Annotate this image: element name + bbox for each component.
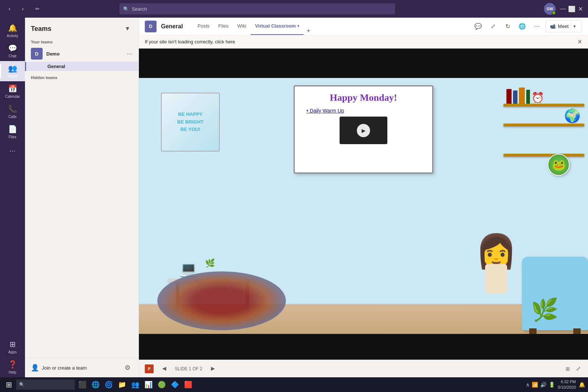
volume-icon[interactable]: 🔊	[540, 382, 546, 388]
search-input[interactable]	[132, 6, 391, 12]
tab-wiki[interactable]: Wiki	[233, 18, 251, 35]
team-demo[interactable]: D Demo ⋯	[25, 46, 139, 62]
channel-actions: 💬 ⤢ ↻ 🌐 ⋯ 📹 Meet ▾	[472, 20, 582, 32]
taskbar-app-red[interactable]: 🟥	[182, 379, 194, 391]
nav-bottom: ⊞ Apps ❓ Help	[8, 337, 17, 377]
left-nav: 🔔 Activity 💬 Chat 👥 Teams 📅 Calendar 📞 C…	[0, 18, 25, 377]
taskbar-app-green[interactable]: 🟢	[156, 379, 168, 391]
sidebar-item-activity[interactable]: 🔔 Activity	[0, 21, 25, 41]
globe-button[interactable]: 🌐	[516, 21, 528, 32]
daily-warmup-link[interactable]: • Daily Warm Up	[306, 108, 426, 114]
close-button[interactable]: ✕	[578, 6, 584, 12]
back-button[interactable]: ‹	[4, 4, 15, 14]
sidebar-item-help[interactable]: ❓ Help	[8, 357, 17, 377]
rug	[157, 271, 286, 330]
sys-tray: ∧ 📶 🔊 🔋	[526, 382, 555, 388]
channel-avatar: D	[145, 21, 157, 32]
taskbar-chrome[interactable]: 🌀	[103, 379, 115, 391]
slide-top-black	[139, 49, 588, 78]
shelf-board	[503, 104, 584, 107]
taskbar-teams[interactable]: 👥	[129, 379, 141, 391]
chat-toggle-button[interactable]: 💬	[472, 21, 484, 32]
more-options-button[interactable]: ⋯	[531, 21, 543, 32]
join-create-button[interactable]: 👤 Join or create a team	[31, 364, 87, 372]
channel-name: General	[161, 23, 183, 30]
globe-action-icon: 🌐	[519, 23, 526, 30]
settings-button[interactable]: ⚙	[122, 363, 133, 373]
poster: BE HAPPY BE BRIGHT BE YOU!	[161, 93, 220, 152]
files-icon: 📄	[8, 125, 17, 133]
poster-line2: BE BRIGHT	[177, 118, 204, 126]
tab-virtual-classroom[interactable]: Virtual Classroom ▾	[251, 18, 304, 35]
taskbar-explorer[interactable]: 📁	[116, 379, 128, 391]
video-thumbnail[interactable]: ▶	[340, 117, 387, 144]
slide-view-button[interactable]: ⊞	[564, 364, 571, 373]
sidebar-item-teams[interactable]: 👥 Teams	[0, 61, 25, 81]
expand-button[interactable]: ⤢	[487, 21, 499, 32]
ppt-taskbar-icon: 📊	[144, 381, 153, 389]
character: 👩	[478, 235, 514, 308]
tab-posts[interactable]: Posts	[193, 18, 214, 35]
forward-button[interactable]: ›	[18, 4, 28, 14]
channel-general[interactable]: General	[25, 62, 139, 71]
join-create-icon: 👤	[31, 364, 39, 372]
more-options-icon: ⋯	[534, 23, 540, 30]
sidebar-item-more[interactable]: ...	[0, 142, 25, 156]
minimize-button[interactable]: —	[560, 6, 566, 12]
chat-action-icon: 💬	[474, 23, 482, 30]
notifications-icon[interactable]: 🔔	[579, 382, 585, 388]
edit-button[interactable]: ✏	[32, 4, 43, 14]
slide-fullscreen-button[interactable]: ⤢	[574, 364, 582, 374]
notification-close-button[interactable]: ✕	[577, 38, 582, 45]
poster-line1: BE HAPPY	[177, 111, 204, 118]
network-icon[interactable]: 📶	[532, 382, 538, 388]
app-blue-icon: 🔷	[171, 381, 179, 389]
search-bar[interactable]: 🔍	[119, 3, 395, 14]
search-icon: 🔍	[123, 6, 129, 12]
sidebar-item-files[interactable]: 📄 Files	[0, 122, 25, 142]
slide-prev-button[interactable]: ◄	[158, 363, 171, 374]
start-icon: ⊞	[6, 380, 12, 389]
sidebar-item-apps[interactable]: ⊞ Apps	[8, 337, 17, 357]
sidebar-item-calendar[interactable]: 📅 Calendar	[0, 81, 25, 101]
up-arrow-icon[interactable]: ∧	[526, 382, 530, 388]
slide-main: BE HAPPY BE BRIGHT BE YOU! Happy Monday!…	[139, 78, 588, 334]
shelf-board-3	[503, 154, 584, 157]
taskbar-clock[interactable]: 6:32 PM 8/10/2020	[558, 379, 576, 391]
apps-icon: ⊞	[10, 340, 16, 349]
whiteboard-title: Happy Monday!	[301, 92, 426, 103]
battery-icon[interactable]: 🔋	[549, 382, 555, 388]
meet-dropdown-button[interactable]: ▾	[571, 22, 578, 31]
filter-icon: ▼	[125, 25, 130, 32]
add-tab-button[interactable]: +	[304, 27, 313, 35]
taskbar-search[interactable]: 🔍	[16, 379, 75, 390]
reload-button[interactable]: ↻	[502, 21, 513, 32]
app-body: 🔔 Activity 💬 Chat 👥 Teams 📅 Calendar 📞 C…	[0, 18, 588, 377]
taskbar-task-view[interactable]: ⬛	[76, 379, 88, 391]
taskbar-powerpoint[interactable]: 📊	[143, 379, 154, 391]
start-button[interactable]: ⊞	[3, 379, 15, 391]
apps-label: Apps	[8, 350, 17, 354]
taskbar-edge[interactable]: 🌐	[90, 379, 101, 391]
slide-next-button[interactable]: ►	[207, 363, 219, 374]
shelf-top-items: ⏰	[503, 85, 584, 104]
notification-text[interactable]: If your site isn't loading correctly, cl…	[145, 39, 235, 44]
chrome-icon: 🌀	[105, 381, 113, 389]
avatar[interactable]: SW	[544, 3, 556, 15]
slide-nav: P ◄ SLIDE 1 OF 2 ► ⊞ ⤢	[139, 360, 588, 377]
teams-icon: 👥	[8, 64, 17, 73]
sidebar-item-chat[interactable]: 💬 Chat	[0, 41, 25, 61]
taskbar-app-blue[interactable]: 🔷	[169, 379, 181, 391]
maximize-button[interactable]: ⬜	[569, 6, 575, 12]
slide-nav-right: ⊞ ⤢	[564, 364, 582, 374]
meet-label[interactable]: Meet	[558, 24, 569, 29]
filter-button[interactable]: ▼	[122, 24, 133, 34]
sidebar-item-calls[interactable]: 📞 Calls	[0, 101, 25, 122]
your-teams-label: Your teams	[25, 37, 139, 46]
play-button[interactable]: ▶	[357, 124, 370, 137]
team-more-button[interactable]: ⋯	[127, 50, 133, 57]
activity-icon: 🔔	[8, 24, 17, 32]
taskbar-search-icon: 🔍	[19, 382, 25, 387]
whiteboard: Happy Monday! • Daily Warm Up ▶	[294, 85, 433, 174]
tab-files[interactable]: Files	[214, 18, 233, 35]
